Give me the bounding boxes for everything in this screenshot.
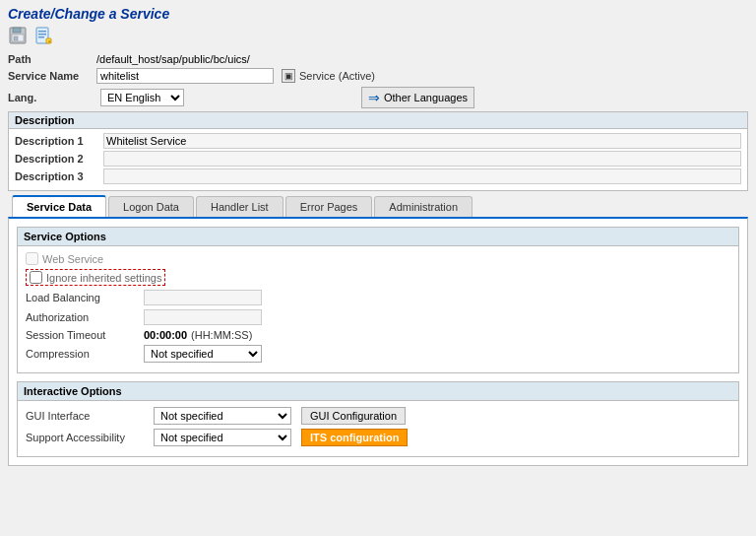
lang-select[interactable]: EN English DE German FR French — [100, 89, 184, 106]
svg-text:✦: ✦ — [47, 38, 51, 44]
its-configuration-button[interactable]: ITS configuration — [301, 429, 408, 446]
svg-rect-7 — [38, 36, 44, 38]
gui-interface-label: GUI Interface — [26, 410, 154, 422]
other-languages-label: Other Languages — [384, 92, 468, 103]
load-balancing-label: Load Balancing — [26, 292, 144, 303]
support-accessibility-select[interactable]: Not specified Yes No — [154, 429, 291, 446]
support-accessibility-label: Support Accessibility — [26, 432, 154, 443]
service-name-row: Service Name ▣ Service (Active) — [8, 68, 748, 84]
path-label: Path — [8, 53, 96, 65]
svg-rect-3 — [14, 36, 18, 40]
svg-rect-1 — [13, 28, 21, 33]
service-name-label: Service Name — [8, 70, 96, 82]
svg-rect-6 — [38, 34, 46, 35]
save-icon[interactable] — [8, 26, 28, 45]
ignore-inherited-label[interactable]: Ignore inherited settings — [26, 269, 165, 286]
desc1-input[interactable] — [103, 133, 741, 149]
svg-rect-5 — [38, 31, 46, 33]
desc2-input[interactable] — [103, 151, 741, 167]
arrow-right-icon: ⇒ — [368, 90, 380, 105]
load-balancing-input[interactable] — [144, 290, 262, 305]
authorization-label: Authorization — [26, 311, 144, 323]
load-balancing-row: Load Balancing — [26, 290, 730, 305]
desc1-label: Description 1 — [15, 135, 103, 147]
lang-row: Lang. EN English DE German FR French ⇒ O… — [8, 87, 748, 108]
web-service-checkbox[interactable] — [26, 252, 38, 265]
page-wrapper: Create/Change a Service ✦ Path /defaul — [0, 0, 756, 474]
ignore-inherited-checkbox[interactable] — [30, 271, 42, 284]
service-options-header: Service Options — [18, 228, 738, 246]
session-timeout-label: Session Timeout — [26, 329, 144, 341]
desc3-label: Description 3 — [15, 170, 103, 182]
interactive-options-header: Interactive Options — [18, 382, 738, 401]
desc3-input[interactable] — [103, 168, 741, 184]
compression-row: Compression Not specified Low Medium Hig… — [26, 345, 730, 363]
service-options-body: Web Service Ignore inherited settings Lo… — [18, 246, 738, 372]
web-service-label[interactable]: Web Service — [26, 252, 103, 265]
description-body: Description 1 Description 2 Description … — [9, 129, 747, 190]
authorization-row: Authorization — [26, 309, 730, 325]
description-section-header: Description — [9, 112, 747, 129]
desc2-label: Description 2 — [15, 153, 103, 165]
tab-logon-data[interactable]: Logon Data — [108, 196, 194, 217]
tab-content: Service Options Web Service Ignore inher… — [8, 217, 748, 466]
session-timeout-value: 00:00:00 — [144, 329, 187, 341]
gui-interface-select[interactable]: Not specified Yes No — [154, 407, 291, 425]
support-accessibility-row: Support Accessibility Not specified Yes … — [26, 429, 730, 446]
web-service-row: Web Service — [26, 252, 730, 265]
tab-administration[interactable]: Administration — [374, 196, 472, 217]
desc3-row: Description 3 — [15, 168, 741, 184]
gui-interface-row: GUI Interface Not specified Yes No GUI C… — [26, 407, 730, 425]
compression-label: Compression — [26, 348, 144, 360]
tab-handler-list[interactable]: Handler List — [196, 196, 284, 217]
path-row: Path /default_host/sap/public/bc/uics/ — [8, 53, 748, 65]
authorization-input[interactable] — [144, 309, 262, 325]
gui-configuration-button[interactable]: GUI Configuration — [301, 407, 406, 425]
path-value: /default_host/sap/public/bc/uics/ — [96, 53, 250, 65]
document-icon[interactable]: ✦ — [33, 26, 53, 45]
service-options-section: Service Options Web Service Ignore inher… — [17, 227, 739, 373]
tabs-row: Service Data Logon Data Handler List Err… — [8, 195, 748, 217]
service-active-icon: ▣ — [282, 69, 295, 83]
session-timeout-row: Session Timeout 00:00:00 (HH:MM:SS) — [26, 329, 730, 341]
desc1-row: Description 1 — [15, 133, 741, 149]
page-title: Create/Change a Service — [8, 6, 748, 22]
service-active-label: Service (Active) — [299, 70, 375, 82]
tab-service-data[interactable]: Service Data — [12, 195, 106, 217]
interactive-options-body: GUI Interface Not specified Yes No GUI C… — [18, 401, 738, 456]
toolbar: ✦ — [8, 26, 748, 45]
interactive-options-section: Interactive Options GUI Interface Not sp… — [17, 381, 739, 457]
lang-label: Lang. — [8, 92, 96, 103]
ignore-inherited-row: Ignore inherited settings — [26, 269, 730, 286]
tab-error-pages[interactable]: Error Pages — [285, 196, 373, 217]
desc2-row: Description 2 — [15, 151, 741, 167]
service-name-input[interactable] — [96, 68, 274, 84]
description-section: Description Description 1 Description 2 … — [8, 111, 748, 191]
compression-select[interactable]: Not specified Low Medium High — [144, 345, 262, 363]
session-timeout-hint: (HH:MM:SS) — [191, 329, 252, 341]
other-languages-button[interactable]: ⇒ Other Languages — [361, 87, 474, 108]
service-active-indicator: ▣ Service (Active) — [282, 69, 375, 83]
